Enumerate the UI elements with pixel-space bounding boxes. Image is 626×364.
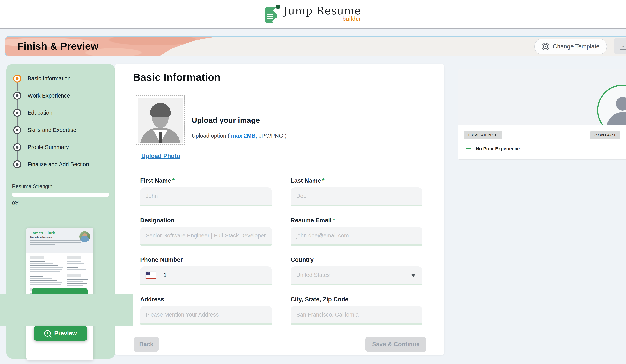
sidebar-step-education[interactable]: Education [6, 104, 115, 121]
sidebar-step-finalize[interactable]: Finalize and Add Section [6, 156, 115, 173]
app-header: Jump Resume builder [0, 0, 626, 29]
country-select[interactable]: United States [291, 266, 422, 285]
step-radio-icon [13, 160, 21, 168]
avatar-circle [597, 85, 626, 125]
resume-strength: Resume Strength 0% [12, 183, 109, 206]
change-template-label: Change Template [553, 43, 600, 50]
us-flag-icon [146, 272, 156, 279]
back-button[interactable]: Back [134, 337, 159, 352]
step-radio-icon [13, 109, 21, 117]
preview-button-label: Preview [54, 330, 77, 337]
city-label: City, State, Zip Code [291, 296, 422, 303]
designation-label: Designation [140, 217, 272, 224]
target-icon [542, 43, 549, 50]
upload-photo-link[interactable]: Upload Photo [141, 153, 180, 160]
page-title-bar: Finish & Preview Change Template [5, 36, 626, 56]
upload-hint: Upload option ( max 2MB, JPG/PNG ) [192, 133, 287, 139]
sidebar-step-skills[interactable]: Skills and Expertise [6, 121, 115, 138]
brand-logo: Jump Resume builder [265, 5, 361, 23]
experience-section-chip: EXPERIENCE [464, 131, 502, 139]
country-selected-value: United States [296, 272, 330, 278]
step-radio-icon [13, 126, 21, 134]
resume-email-field-group: Resume Email* [291, 217, 422, 246]
designation-field-group: Designation [140, 217, 272, 246]
sidebar-step-profile-summary[interactable]: Profile Summary [6, 139, 115, 156]
save-continue-button[interactable]: Save & Continue [365, 337, 427, 352]
change-template-button[interactable]: Change Template [534, 39, 607, 54]
resume-strength-label: Resume Strength [12, 183, 109, 189]
basic-information-form: Basic Information Upload your image Uplo… [115, 64, 444, 355]
address-input[interactable] [140, 306, 272, 325]
thumbnail-footer-band [32, 288, 88, 294]
step-radio-icon [13, 143, 21, 151]
green-dash-icon [466, 148, 471, 149]
preview-button[interactable]: Preview [34, 326, 87, 341]
resume-preview-panel: EXPERIENCE CONTACT No Prior Experience [458, 69, 626, 160]
address-field-group: Address [140, 296, 272, 325]
city-input[interactable] [291, 306, 422, 325]
experience-empty-row: No Prior Experience [466, 146, 626, 151]
image-dropzone[interactable] [136, 95, 185, 145]
preview-section-chips: EXPERIENCE CONTACT [458, 131, 626, 139]
thumbnail-header: James Clark Marketing Manager [26, 228, 93, 253]
download-icon [620, 43, 626, 50]
city-field-group: City, State, Zip Code [291, 296, 422, 325]
download-button[interactable] [614, 38, 626, 54]
person-silhouette-icon [138, 98, 183, 143]
country-label: Country [291, 256, 422, 263]
step-radio-icon [13, 92, 21, 100]
designation-input[interactable] [140, 227, 272, 245]
country-field-group: Country United States [291, 256, 422, 285]
brand-name: Jump Resume [283, 4, 361, 17]
resume-strength-progressbar [12, 193, 109, 197]
phone-field-group: Phone Number [140, 256, 272, 285]
form-heading: Basic Information [133, 71, 221, 83]
upload-hint-highlight: max 2MB, [231, 133, 257, 139]
experience-empty-text: No Prior Experience [476, 146, 520, 151]
preview-panel-header [458, 70, 626, 125]
sidebar-green-band [0, 293, 133, 325]
logo-document-icon [265, 5, 279, 23]
page-title: Finish & Preview [17, 40, 99, 52]
step-radio-icon [13, 75, 21, 82]
resume-builder-app: Jump Resume builder Finish & Preview Cha… [0, 0, 626, 364]
phone-input-wrapper [140, 266, 272, 285]
sidebar-step-basic-information[interactable]: Basic Information [6, 70, 115, 87]
last-name-label: Last Name* [291, 177, 422, 184]
last-name-field-group: Last Name* [291, 177, 422, 206]
sidebar-step-work-experience[interactable]: Work Experience [6, 87, 115, 104]
zoom-in-icon [44, 330, 51, 337]
step-list: Basic Information Work Experience Educat… [6, 64, 115, 173]
first-name-label: First Name* [140, 177, 272, 184]
phone-label: Phone Number [140, 256, 272, 263]
resume-strength-value: 0% [12, 200, 109, 206]
phone-input[interactable] [160, 272, 266, 279]
address-label: Address [140, 296, 272, 303]
contact-section-chip: CONTACT [590, 131, 621, 139]
resume-email-input[interactable] [291, 227, 422, 245]
upload-title: Upload your image [192, 116, 260, 124]
first-name-field-group: First Name* [140, 177, 272, 206]
resume-email-label: Resume Email* [291, 217, 422, 224]
last-name-input[interactable] [291, 187, 422, 206]
first-name-input[interactable] [140, 187, 272, 206]
chevron-down-icon [411, 274, 416, 277]
